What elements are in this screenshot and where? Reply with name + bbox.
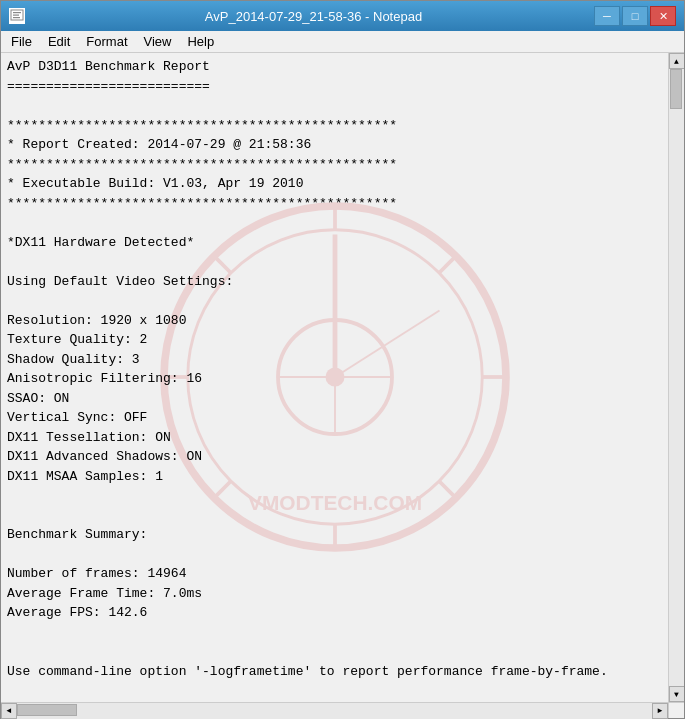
scroll-corner [668, 702, 684, 718]
v-scroll-track[interactable] [669, 69, 685, 686]
window-controls: ─ □ ✕ [594, 6, 676, 26]
h-scroll-thumb[interactable] [17, 704, 77, 716]
minimize-button[interactable]: ─ [594, 6, 620, 26]
scroll-up-button[interactable]: ▲ [669, 53, 685, 69]
main-window: AvP_2014-07-29_21-58-36 - Notepad ─ □ ✕ … [0, 0, 685, 719]
window-title: AvP_2014-07-29_21-58-36 - Notepad [33, 9, 594, 24]
horizontal-scrollbar: ◄ ► [1, 702, 668, 718]
svg-rect-2 [13, 15, 19, 16]
close-button[interactable]: ✕ [650, 6, 676, 26]
maximize-button[interactable]: □ [622, 6, 648, 26]
menu-view[interactable]: View [136, 32, 180, 51]
svg-rect-3 [13, 17, 20, 18]
menu-file[interactable]: File [3, 32, 40, 51]
menu-edit[interactable]: Edit [40, 32, 78, 51]
app-icon [9, 8, 25, 24]
text-scroll-area[interactable]: VMODTECH.COM AvP D3D11 Benchmark Report … [1, 53, 668, 702]
scroll-left-button[interactable]: ◄ [1, 703, 17, 719]
title-bar: AvP_2014-07-29_21-58-36 - Notepad ─ □ ✕ [1, 1, 684, 31]
scroll-right-button[interactable]: ► [652, 703, 668, 719]
svg-rect-1 [13, 12, 21, 13]
menu-bar: File Edit Format View Help [1, 31, 684, 53]
scroll-down-button[interactable]: ▼ [669, 686, 685, 702]
text-region: VMODTECH.COM AvP D3D11 Benchmark Report … [1, 53, 684, 702]
h-scroll-track[interactable] [17, 703, 652, 719]
notepad-content[interactable]: AvP D3D11 Benchmark Report =============… [1, 53, 668, 702]
bottom-bar: ◄ ► [1, 702, 684, 718]
menu-help[interactable]: Help [179, 32, 222, 51]
vertical-scrollbar: ▲ ▼ [668, 53, 684, 702]
v-scroll-thumb[interactable] [670, 69, 682, 109]
menu-format[interactable]: Format [78, 32, 135, 51]
